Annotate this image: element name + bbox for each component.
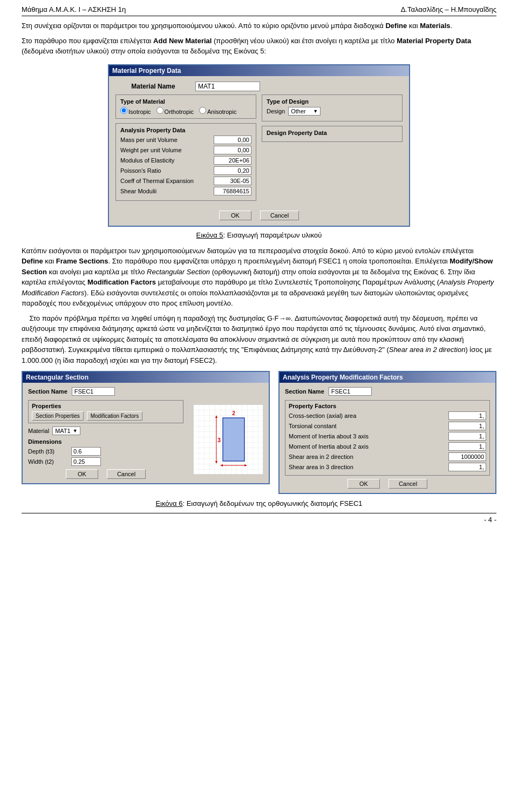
dialog-two-col: Type of Material Isotropic Orthotropic A… [115,94,403,205]
analysis-property-title: Analysis Property Data [120,127,251,133]
anisotropic-radio-label[interactable]: Anisotropic [199,107,236,115]
apf-factor-label: Moment of Inertia about 3 axis [289,433,448,439]
section-properties-btn[interactable]: Section Properties [32,411,84,421]
rect-dimensions-title: Dimensions [28,438,183,445]
apf-rows-list: Cross-section (axial) areaTorsional cons… [289,411,486,471]
orthotropic-radio[interactable] [156,107,163,114]
rectangular-section-dialog: Rectangular Section Section Name Propert… [22,371,270,484]
prop-input[interactable] [214,156,251,165]
apf-factor-label: Cross-section (axial) area [289,412,448,419]
prop-label: Weight per unit Volume [120,147,214,153]
rect-width-row: Width (t2) [28,457,183,466]
apf-factor-input[interactable] [448,452,486,461]
rect-section-name-row: Section Name [28,387,263,396]
prop-label: Coeff of Thermal Expansion [120,178,214,184]
property-factors-box: Property Factors Cross-section (axial) a… [285,400,490,476]
analysis-dialog-titlebar: Analysis Property Modification Factors [280,372,495,383]
type-of-design-row: Design Other ▼ [267,107,398,116]
cross-section-diagram: 2 3 [193,404,263,475]
isotropic-radio[interactable] [120,107,127,114]
type-of-design-box: Type of Design Design Other ▼ [262,94,403,121]
material-name-label: Material Name [115,83,191,90]
rect-properties-title: Properties [32,403,180,409]
rect-properties-box: Properties Section Properties Modificati… [28,400,183,423]
right-col: Type of Design Design Other ▼ Design Pro… [262,94,403,205]
apf-factor-input[interactable] [448,442,486,451]
apf-factor-row: Moment of Inertia about 3 axis [289,432,486,441]
paragraph-2: Στο παράθυρο που εμφανίζεται επιλέγεται … [22,36,496,57]
caption-6: Εικόνα 6: Εισαγωγή δεδομένων της ορθογων… [22,499,496,508]
page-footer: - 4 - [22,513,496,524]
orthotropic-radio-label[interactable]: Orthotropic [156,107,194,115]
material-property-dialog: Material Property Data Material Name MAT… [108,64,410,227]
analysis-dialog-buttons: OK Cancel [285,479,490,489]
apf-factor-label: Torsional constant [289,423,448,429]
prop-input[interactable] [214,166,251,175]
type-of-material-box: Type of Material Isotropic Orthotropic A… [115,94,256,119]
header-left: Μάθημα Α.Μ.Α.Κ. Ι – ΑΣΚΗΣΗ 1η [22,5,126,13]
apf-factor-input[interactable] [448,463,486,471]
anisotropic-radio[interactable] [199,107,206,114]
apf-factor-input[interactable] [448,411,486,420]
analysis-section-name-label: Section Name [285,388,324,395]
bottom-dialogs-row: Rectangular Section Section Name Propert… [22,371,496,494]
design-property-box: Design Property Data [262,126,403,142]
isotropic-radio-label[interactable]: Isotropic [120,107,151,115]
rect-dimensions-box: Dimensions Depth (t3) Width (t2) [28,438,183,466]
material-dialog-container: Material Property Data Material Name MAT… [22,64,496,227]
rect-ok-button[interactable]: OK [66,469,98,479]
rect-section-name-label: Section Name [28,388,67,395]
type-of-design-title: Type of Design [267,98,398,105]
analysis-prop-row: Shear Modulii [120,187,251,195]
apf-factor-label: Shear area in 2 direction [289,454,448,460]
apf-factor-input[interactable] [448,432,486,441]
prop-input[interactable] [214,136,251,144]
material-ok-button[interactable]: OK [219,211,251,220]
material-name-value[interactable]: MAT1 [195,82,260,91]
rect-section-name-input[interactable] [72,387,115,396]
rect-material-dropdown[interactable]: MAT1 ▼ [52,427,80,435]
caption-5: Εικόνα 5: Εισαγωγή παραμέτρων υλικού [22,231,496,239]
analysis-props-list: Mass per unit VolumeWeight per unit Volu… [120,136,251,195]
analysis-prop-row: Poisson's Ratio [120,166,251,175]
rect-cancel-button[interactable]: Cancel [107,469,146,479]
paragraph-3: Κατόπιν εισάγονται οι παράμετροι των χρη… [22,246,496,309]
design-property-title: Design Property Data [267,130,398,136]
apf-factor-label: Moment of Inertia about 2 axis [289,443,448,450]
modification-factors-btn[interactable]: Modification Factors [87,411,142,421]
type-of-material-title: Type of Material [120,98,251,105]
material-cancel-button[interactable]: Cancel [260,211,299,220]
material-dialog-buttons: OK Cancel [115,211,403,220]
prop-input[interactable] [214,177,251,185]
analysis-section-name-input[interactable] [329,387,372,396]
rect-dialog-body: Section Name Properties Section Properti… [23,383,269,483]
analysis-prop-row: Coeff of Thermal Expansion [120,177,251,185]
rect-depth-row: Depth (t3) [28,447,183,456]
caption5-label: Εικόνα 5 [196,231,223,239]
rect-width-input[interactable] [71,457,101,466]
prop-label: Poisson's Ratio [120,167,214,174]
analysis-cancel-button[interactable]: Cancel [388,479,427,489]
paragraph-1: Στη συνέχεια ορίζονται οι παράμετροι του… [22,21,496,31]
caption6-label: Εικόνα 6 [155,499,182,508]
analysis-prop-row: Mass per unit Volume [120,136,251,144]
svg-text:2: 2 [232,410,235,416]
prop-input[interactable] [214,146,251,154]
rect-material-row: Material MAT1 ▼ [28,427,183,435]
cross-section-svg: 2 3 [193,404,263,475]
rect-width-label: Width (t2) [28,458,71,465]
analysis-section-name-row: Section Name [285,387,490,396]
material-dialog-body: Material Name MAT1 Type of Material Isot… [109,76,409,226]
prop-input[interactable] [214,187,251,195]
rect-props-btn-row: Section Properties Modification Factors [32,411,180,421]
design-dropdown[interactable]: Other ▼ [288,107,321,116]
rect-depth-input[interactable] [71,447,101,456]
rect-left-col: Properties Section Properties Modificati… [28,400,183,479]
dropdown-arrow-icon: ▼ [313,109,318,114]
analysis-property-box: Analysis Property Data Mass per unit Vol… [115,123,256,201]
apf-factor-row: Shear area in 2 direction [289,452,486,461]
apf-factor-input[interactable] [448,422,486,430]
svg-text:3: 3 [217,437,221,443]
analysis-ok-button[interactable]: OK [347,479,380,489]
page-header: Μάθημα Α.Μ.Α.Κ. Ι – ΑΣΚΗΣΗ 1η Δ.Ταλασλίδ… [22,5,496,16]
